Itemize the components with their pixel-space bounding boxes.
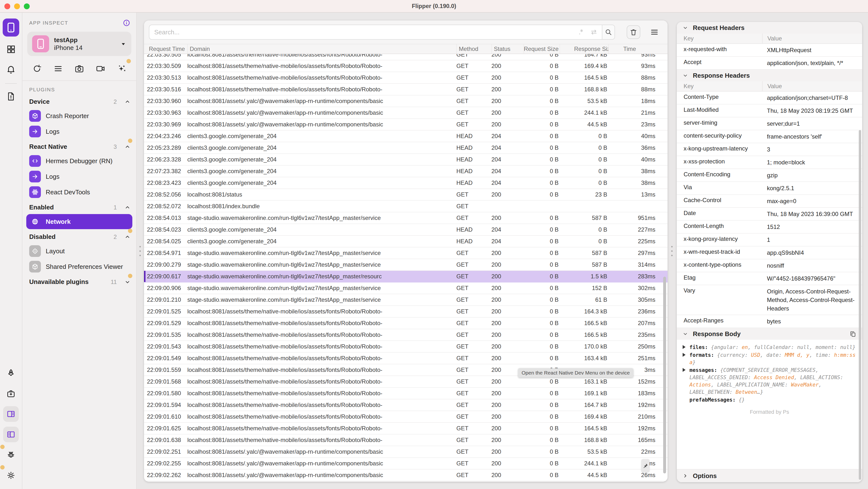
plugin-section-header-device[interactable]: Device2 (22, 94, 136, 108)
virtual-device-button[interactable] (116, 63, 127, 75)
table-row[interactable]: 22:08:54.023clients3.google.com/generate… (144, 224, 668, 236)
header-row[interactable]: Acceptapplication/json, text/plain, */* (677, 57, 862, 70)
response-headers-section-header[interactable]: Response Headers (677, 70, 862, 81)
table-row[interactable]: 22:09:02.262localhost:8081/assets/.yalc/… (144, 469, 668, 481)
header-row[interactable]: EtagW/"4452-1684397965476" (677, 272, 862, 285)
table-row[interactable]: 22:03:30.969localhost:8081/assets/.yalc/… (144, 119, 668, 131)
table-row[interactable]: 22:03:30.963localhost:8081/assets/.yalc/… (144, 107, 668, 119)
toggle-right-panel-button[interactable] (3, 406, 19, 422)
notifications-tab[interactable] (3, 62, 19, 78)
header-row[interactable]: x-content-type-optionsnosniff (677, 259, 862, 272)
table-row[interactable]: 22:09:01.543localhost:8081/assets/theme/… (144, 341, 668, 353)
table-row[interactable]: 22:09:01.594localhost:8081/assets/theme/… (144, 399, 668, 411)
sidebar-item-logs[interactable]: Logs (26, 169, 132, 184)
header-row[interactable]: Cache-Controlmax-age=0 (677, 195, 862, 208)
flipper-messages-tab[interactable] (3, 89, 19, 104)
table-row[interactable]: 22:09:00.279stage-studio.wavemakeronline… (144, 259, 668, 271)
app-inspect-tab[interactable] (3, 19, 19, 36)
copy-icon[interactable] (849, 330, 856, 337)
table-row[interactable]: 22:09:01.638localhost:8081/assets/theme/… (144, 434, 668, 446)
sidebar-item-layout[interactable]: Layout (26, 243, 132, 259)
plugin-manager-tab[interactable] (3, 41, 19, 57)
header-row[interactable]: x-wm-request-track-idapp.qS9sbNI4 (677, 247, 862, 259)
info-icon[interactable] (123, 19, 130, 27)
column-header-time[interactable]: Time (608, 44, 656, 54)
refresh-button[interactable] (31, 63, 43, 75)
header-row[interactable]: DateThu, 18 May 2023 16:39:00 GMT (677, 208, 862, 221)
details-scrollbar[interactable] (859, 130, 861, 480)
header-row[interactable]: content-security-policyframe-ancestors '… (677, 130, 862, 143)
table-scrollbar[interactable] (663, 277, 666, 473)
header-row[interactable]: Content-Length1512 (677, 221, 862, 234)
table-row[interactable]: 22:09:01.210stage-studio.wavemakeronline… (144, 294, 668, 306)
screenshot-button[interactable] (73, 63, 85, 75)
sidebar-item-crash-reporter[interactable]: Crash Reporter (26, 108, 132, 123)
search-input[interactable]: Search... (149, 25, 602, 39)
table-row[interactable]: 22:09:00.906stage-studio.wavemakeronline… (144, 283, 668, 294)
minimize-window-button[interactable] (14, 3, 20, 9)
table-row[interactable]: 22:03:30.960localhost:8081/assets/.yalc/… (144, 95, 668, 107)
table-row[interactable]: 22:09:01.580localhost:8081/assets/theme/… (144, 388, 668, 399)
column-header-domain[interactable]: Domain (187, 44, 456, 54)
header-row[interactable]: Content-Typeapplication/json;charset=UTF… (677, 92, 862, 105)
header-row[interactable]: x-requested-withXMLHttpRequest (677, 44, 862, 57)
table-row[interactable]: 22:08:23.423clients3.google.com/generate… (144, 177, 668, 189)
changelog-button[interactable] (3, 365, 19, 381)
table-row-selected[interactable]: 22:09:00.617stage-studio.wavemakeronline… (144, 271, 668, 283)
table-row[interactable]: 22:09:01.625localhost:8081/assets/theme/… (144, 423, 668, 434)
table-row[interactable]: 22:08:54.971stage-studio.wavemakeronline… (144, 248, 668, 259)
header-row[interactable]: Viakong/2.5.1 (677, 182, 862, 195)
close-window-button[interactable] (4, 3, 10, 9)
table-row[interactable]: 22:09:02.255localhost:8081/assets/.yalc/… (144, 458, 668, 469)
column-header-method[interactable]: Method (456, 44, 491, 54)
header-row[interactable]: VaryOrigin, Access-Control-Request-Metho… (677, 285, 862, 315)
table-row[interactable]: 22:05:23.289clients3.google.com/generate… (144, 142, 668, 154)
expand-triangle-icon[interactable] (683, 345, 686, 349)
sidebar-resize-handle[interactable] (139, 246, 141, 256)
table-row[interactable]: 22:09:01.529localhost:8081/assets/theme/… (144, 318, 668, 329)
table-row[interactable]: 22:09:01.610localhost:8081/assets/theme/… (144, 411, 668, 423)
table-row[interactable]: 22:06:23.328clients3.google.com/generate… (144, 154, 668, 166)
table-row[interactable]: 22:08:54.025clients3.google.com/generate… (144, 236, 668, 248)
app-device-selector[interactable]: testApp iPhone 14 (27, 32, 131, 56)
request-headers-section-header[interactable]: Request Headers (677, 22, 862, 34)
plugin-section-header-react-native[interactable]: React Native3 (22, 140, 136, 153)
table-row[interactable]: 22:08:54.013stage-studio.wavemakeronline… (144, 212, 668, 224)
column-header-response-size[interactable]: Response Size (560, 44, 608, 54)
table-row[interactable]: 22:09:01.549localhost:8081/assets/theme/… (144, 353, 668, 364)
expand-triangle-icon[interactable] (683, 353, 686, 357)
json-tree-line[interactable]: prefabMessages: {} (682, 396, 857, 404)
zoom-window-button[interactable] (24, 3, 30, 9)
feedback-bug-button[interactable] (3, 447, 19, 463)
header-row[interactable]: server-timingserver;dur=1 (677, 117, 862, 130)
header-row[interactable]: Last-ModifiedThu, 18 May 2023 08:19:25 G… (677, 105, 862, 117)
regex-icon[interactable] (577, 28, 585, 36)
table-row[interactable]: 22:03:30.513localhost:8081/assets/theme/… (144, 72, 668, 84)
response-body-section-header[interactable]: Response Body (677, 328, 862, 340)
search-button[interactable] (602, 25, 615, 39)
sidebar-item-network[interactable]: Network (26, 214, 132, 229)
options-section-header[interactable]: Options (677, 469, 862, 482)
plugin-section-header-enabled[interactable]: Enabled1 (22, 200, 136, 213)
column-header-status[interactable]: Status (491, 44, 524, 54)
settings-button[interactable] (3, 467, 19, 483)
device-logs-button[interactable] (52, 63, 64, 75)
screen-record-button[interactable] (95, 63, 106, 75)
toggle-left-panel-button[interactable] (3, 427, 19, 442)
header-row[interactable]: Accept-Rangesbytes (677, 315, 862, 328)
table-row[interactable]: 22:09:01.568localhost:8081/assets/theme/… (144, 376, 668, 388)
table-row[interactable]: 22:09:01.525localhost:8081/assets/theme/… (144, 306, 668, 318)
sidebar-item-react-devtools[interactable]: React DevTools (26, 184, 132, 200)
table-menu-button[interactable] (650, 28, 659, 36)
plugin-section-header-unavailable-plugins[interactable]: Unavailable plugins11 (22, 275, 136, 288)
header-row[interactable]: x-xss-protection1; mode=block (677, 156, 862, 169)
json-tree-line[interactable]: files: {angular: en, fullCalendar: null,… (682, 344, 857, 351)
json-tree-line[interactable]: formats: {currency: USD, date: MMM d, y,… (682, 351, 857, 366)
clear-table-button[interactable] (627, 25, 640, 39)
table-row[interactable]: 22:09:02.251localhost:8081/assets/.yalc/… (144, 446, 668, 458)
column-header-request-time[interactable]: Request Time (147, 44, 187, 54)
table-row[interactable]: 22:09:01.535localhost:8081/assets/theme/… (144, 329, 668, 341)
table-row[interactable]: 22:03:30.505localhost:8081/assets/theme/… (144, 54, 668, 60)
table-row[interactable]: 22:03:30.509localhost:8081/assets/theme/… (144, 60, 668, 72)
sidebar-item-logs[interactable]: Logs (26, 124, 132, 139)
